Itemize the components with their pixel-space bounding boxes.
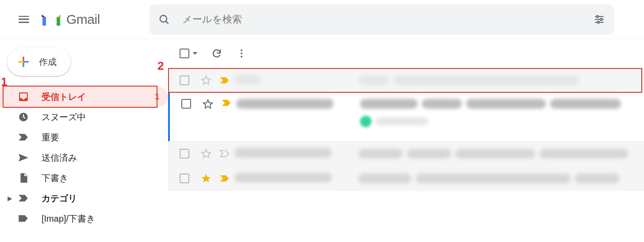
importance-marker[interactable] <box>215 150 234 158</box>
row-checkbox[interactable] <box>180 76 189 85</box>
select-all-checkbox[interactable] <box>180 49 197 58</box>
sidebar-item-drafts[interactable]: 下書き <box>0 168 168 188</box>
chevron-down-icon <box>193 52 197 55</box>
message-row[interactable] <box>168 68 644 93</box>
svg-point-6 <box>600 18 602 20</box>
sent-icon <box>18 152 29 163</box>
checkbox-icon <box>180 49 189 58</box>
svg-point-0 <box>160 15 167 22</box>
clock-icon <box>18 111 29 123</box>
folder-icon <box>18 193 29 204</box>
svg-marker-18 <box>202 149 211 158</box>
sidebar-item-snoozed[interactable]: スヌーズ中 <box>0 107 168 127</box>
svg-point-15 <box>241 56 242 57</box>
sidebar-item-label: スヌーズ中 <box>42 111 86 123</box>
gmail-logo-icon <box>41 11 62 27</box>
sidebar-item-label: 送信済み <box>42 152 77 164</box>
sidebar-item-imap-drafts[interactable]: [Imap]/下書き <box>0 208 168 229</box>
importance-marker[interactable] <box>215 76 234 84</box>
sidebar-item-label: 下書き <box>42 172 68 184</box>
sidebar-item-inbox[interactable]: 受信トレイ 1 <box>0 87 168 107</box>
search-input[interactable] <box>182 14 594 25</box>
row-checkbox[interactable] <box>181 99 191 109</box>
sidebar-item-label: 受信トレイ <box>42 91 86 103</box>
draft-icon <box>18 172 29 184</box>
label-icon <box>18 213 29 224</box>
app-header: Gmail <box>0 0 644 39</box>
gmail-logo[interactable]: Gmail <box>41 11 100 27</box>
sidebar-item-label: カテゴリ <box>42 193 77 204</box>
svg-rect-8 <box>23 57 24 61</box>
main-panel: 2 <box>168 39 644 242</box>
svg-point-14 <box>241 53 242 54</box>
menu-button[interactable] <box>19 14 29 25</box>
refresh-button[interactable] <box>211 48 222 59</box>
importance-marker[interactable] <box>217 99 236 107</box>
sidebar-item-label: 重要 <box>42 132 59 144</box>
chevron-right-icon: ▶ <box>6 195 13 202</box>
search-icon <box>158 14 170 25</box>
sidebar-item-label: [Imap]/下書き <box>42 213 95 225</box>
svg-marker-19 <box>202 174 211 182</box>
message-list <box>168 68 644 191</box>
star-toggle[interactable] <box>199 99 217 110</box>
svg-marker-16 <box>202 76 211 84</box>
compose-plus-icon <box>17 55 30 68</box>
svg-rect-9 <box>23 62 24 67</box>
compose-button[interactable]: 作成 <box>7 48 71 76</box>
sidebar-item-important[interactable]: 重要 <box>0 127 168 147</box>
search-bar[interactable] <box>150 4 614 34</box>
star-toggle[interactable] <box>197 75 215 86</box>
row-checkbox[interactable] <box>180 149 189 159</box>
svg-point-7 <box>598 21 599 23</box>
svg-rect-11 <box>24 61 29 62</box>
inbox-icon <box>18 91 29 102</box>
inbox-unread-count: 1 <box>155 92 159 102</box>
svg-rect-10 <box>18 61 23 62</box>
sidebar-item-categories[interactable]: ▶ カテゴリ <box>0 188 168 208</box>
attachment-chip-icon <box>360 116 372 127</box>
star-toggle[interactable] <box>197 148 215 159</box>
row-checkbox[interactable] <box>180 174 189 183</box>
svg-point-13 <box>241 49 242 51</box>
compose-label: 作成 <box>39 56 57 68</box>
message-row[interactable] <box>168 141 644 166</box>
star-toggle[interactable] <box>197 173 215 184</box>
mail-toolbar <box>168 39 644 68</box>
search-options-icon[interactable] <box>594 14 605 25</box>
message-row[interactable] <box>168 93 644 141</box>
important-icon <box>18 132 29 143</box>
message-row[interactable] <box>168 166 644 191</box>
gmail-logo-text: Gmail <box>66 12 100 27</box>
svg-line-1 <box>166 21 169 24</box>
svg-point-5 <box>596 15 598 17</box>
svg-marker-17 <box>203 100 212 108</box>
more-menu-button[interactable] <box>236 48 247 59</box>
sidebar-item-sent[interactable]: 送信済み <box>0 147 168 168</box>
sidebar: 作成 受信トレイ 1 スヌーズ中 重要 <box>0 39 168 242</box>
importance-marker[interactable] <box>215 174 234 182</box>
